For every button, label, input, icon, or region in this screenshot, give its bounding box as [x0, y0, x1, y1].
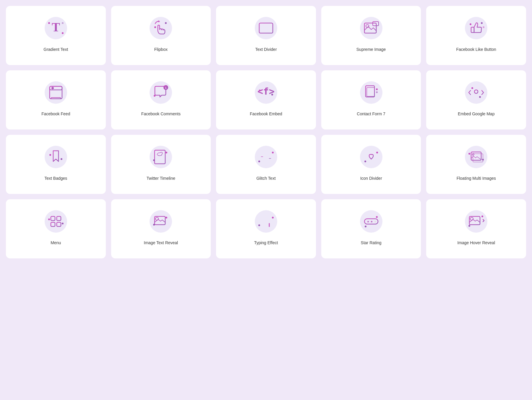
svg-point-69	[153, 159, 155, 161]
text-divider-label: Text Divider	[255, 47, 277, 52]
card-contact-form-7[interactable]: Contact Form 7	[321, 70, 421, 129]
svg-point-4	[62, 22, 64, 24]
card-gradient-text[interactable]: T Gradient Text	[6, 6, 106, 65]
svg-point-87	[482, 159, 484, 161]
svg-point-40	[154, 95, 155, 97]
svg-point-24	[483, 26, 484, 28]
svg-point-20	[465, 17, 487, 39]
card-menu[interactable]: Menu	[6, 199, 106, 258]
glitch-text-icon	[253, 144, 279, 170]
svg-point-119	[481, 216, 483, 217]
card-facebook-like-button[interactable]: Facebook Like Button	[426, 6, 526, 65]
facebook-comments-icon: 1	[147, 79, 174, 106]
gradient-text-label: Gradient Text	[43, 47, 68, 52]
svg-point-101	[153, 224, 155, 226]
facebook-feed-icon	[43, 79, 69, 106]
svg-text:★: ★	[374, 220, 377, 223]
card-flipbox[interactable]: Flipbox	[111, 6, 211, 65]
gradient-text-icon: T	[43, 15, 69, 41]
svg-point-52	[376, 88, 378, 90]
svg-point-5	[150, 17, 172, 39]
svg-point-57	[479, 96, 481, 98]
card-facebook-comments[interactable]: 1 Facebook Comments	[111, 70, 211, 129]
flipbox-label: Flipbox	[154, 47, 168, 52]
svg-point-14	[360, 17, 382, 39]
floating-multi-images-label: Floating Multi Images	[457, 176, 496, 181]
card-text-badges[interactable]: Text Badges	[6, 135, 106, 194]
image-text-reveal-icon	[147, 208, 174, 235]
card-facebook-feed[interactable]: Facebook Feed	[6, 70, 106, 129]
icon-divider-label: Icon Divider	[360, 176, 382, 181]
card-floating-multi-images[interactable]: Floating Multi Images	[426, 135, 526, 194]
svg-point-94	[62, 223, 64, 224]
facebook-like-button-icon	[463, 15, 489, 41]
image-text-reveal-label: Image Text Reveal	[144, 240, 178, 245]
svg-point-56	[471, 87, 473, 89]
svg-point-86	[468, 153, 470, 155]
text-divider-icon	[253, 15, 279, 41]
twitter-timeline-label: Twitter Timeline	[147, 176, 175, 181]
supreme-image-icon	[358, 15, 385, 41]
contact-form-7-icon	[358, 79, 385, 106]
svg-point-100	[166, 217, 167, 218]
twitter-timeline-icon	[147, 144, 174, 170]
card-supreme-image[interactable]: Supreme Image	[321, 6, 421, 65]
card-glitch-text[interactable]: Glitch Text	[216, 135, 316, 194]
svg-point-114	[365, 226, 366, 227]
svg-point-53	[376, 91, 378, 93]
svg-point-77	[360, 146, 382, 168]
svg-point-61	[49, 154, 51, 156]
embed-google-map-label: Embed Google Map	[458, 111, 495, 116]
svg-point-8	[165, 22, 167, 24]
svg-point-95	[150, 210, 172, 233]
svg-point-75	[272, 152, 274, 153]
svg-point-106	[272, 217, 274, 218]
svg-point-76	[258, 161, 260, 162]
glitch-text-label: Glitch Text	[256, 176, 275, 181]
card-facebook-embed[interactable]: <f> Facebook Embed	[216, 70, 316, 129]
icon-divider-icon	[358, 144, 385, 170]
image-hover-reveal-label: Image Hover Reveal	[457, 240, 495, 245]
star-rating-label: Star Rating	[361, 240, 382, 245]
facebook-embed-icon: <f>	[253, 79, 279, 106]
card-twitter-timeline[interactable]: Twitter Timeline	[111, 135, 211, 194]
svg-point-22	[470, 23, 471, 25]
facebook-feed-label: Facebook Feed	[41, 111, 70, 116]
card-text-divider[interactable]: Text Divider	[216, 6, 316, 65]
svg-point-82	[465, 146, 487, 168]
menu-icon	[43, 208, 69, 235]
svg-point-88	[45, 210, 67, 233]
svg-point-80	[376, 152, 378, 153]
svg-point-7	[154, 26, 156, 28]
card-star-rating[interactable]: ★ ★ ★ Star Rating	[321, 199, 421, 258]
widget-grid: T Gradient Text	[6, 6, 526, 258]
card-icon-divider[interactable]: Icon Divider	[321, 135, 421, 194]
svg-point-2	[48, 22, 50, 24]
svg-point-107	[258, 224, 260, 226]
typing-effect-icon	[253, 208, 279, 235]
image-hover-reveal-icon	[463, 208, 489, 235]
menu-label: Menu	[51, 240, 61, 245]
typing-effect-label: Typing Effect	[254, 240, 278, 245]
card-embed-google-map[interactable]: Embed Google Map	[426, 70, 526, 129]
svg-point-28	[51, 87, 54, 89]
text-badges-label: Text Badges	[44, 176, 67, 181]
contact-form-7-label: Contact Form 7	[357, 111, 385, 116]
facebook-embed-label: Facebook Embed	[250, 111, 282, 116]
card-image-hover-reveal[interactable]: Image Hover Reveal	[426, 199, 526, 258]
svg-text:1: 1	[165, 86, 167, 89]
svg-text:T: T	[52, 20, 60, 34]
card-image-text-reveal[interactable]: Image Text Reveal	[111, 199, 211, 258]
svg-point-23	[481, 22, 483, 24]
card-typing-effect[interactable]: Typing Effect	[216, 199, 316, 258]
svg-point-120	[468, 225, 470, 227]
svg-point-3	[62, 32, 64, 34]
supreme-image-label: Supreme Image	[356, 47, 386, 52]
svg-point-44	[271, 94, 273, 95]
floating-multi-images-icon	[463, 144, 489, 170]
text-badges-icon	[43, 144, 69, 170]
star-rating-icon: ★ ★ ★	[358, 208, 385, 235]
svg-point-45	[360, 81, 382, 104]
svg-point-58	[45, 146, 67, 168]
svg-point-113	[376, 216, 378, 218]
